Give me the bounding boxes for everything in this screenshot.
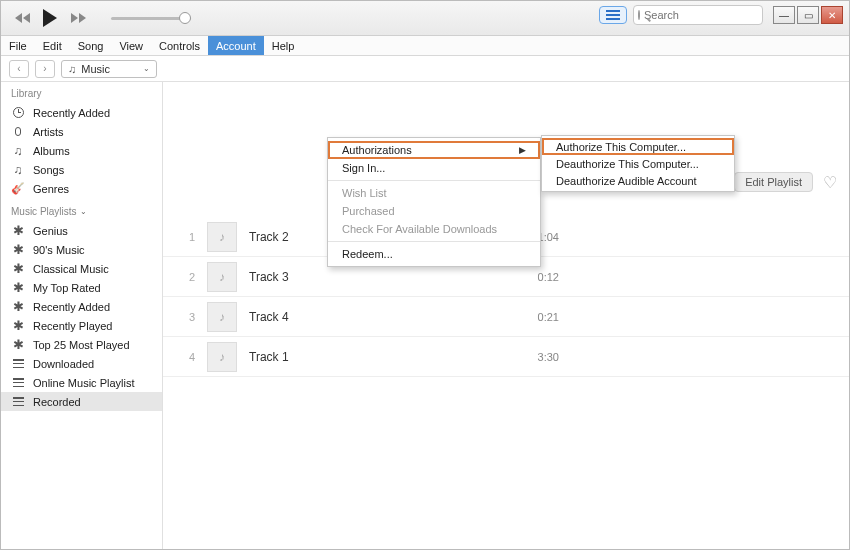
list-icon [11, 378, 25, 387]
note-icon: ♫ [11, 144, 25, 158]
music-note-icon: ♫ [68, 63, 76, 75]
back-button[interactable]: ‹ [9, 60, 29, 78]
sidebar-item-label: Recently Played [33, 320, 113, 332]
window-close-button[interactable]: ✕ [821, 6, 843, 24]
source-picker[interactable]: ♫Music ⌄ [61, 60, 157, 78]
sidebar-item-albums[interactable]: ♫Albums [1, 141, 162, 160]
sidebar-item-top-25-most-played[interactable]: ✱Top 25 Most Played [1, 335, 162, 354]
sidebar: Library Recently AddedArtists♫Albums♫Son… [1, 82, 163, 549]
gear-icon: ✱ [11, 319, 25, 332]
account-menu-purchased: Purchased [328, 202, 540, 220]
menu-view[interactable]: View [111, 36, 151, 55]
window-maximize-button[interactable]: ▭ [797, 6, 819, 24]
menu-bar: FileEditSongViewControlsAccountHelp [1, 36, 849, 56]
track-duration: 0:12 [538, 271, 559, 283]
menu-help[interactable]: Help [264, 36, 303, 55]
track-row[interactable]: 3♪Track 40:21 [163, 297, 849, 337]
prev-track-button[interactable] [13, 9, 31, 27]
track-duration: 0:21 [538, 311, 559, 323]
next-track-button[interactable] [69, 9, 87, 27]
auth-submenu-authorize-this-computer-[interactable]: Authorize This Computer... [542, 138, 734, 155]
sidebar-item-label: 90's Music [33, 244, 85, 256]
track-row[interactable]: 4♪Track 13:30 [163, 337, 849, 377]
player-bar: — ▭ ✕ [1, 1, 849, 36]
sidebar-item-classical-music[interactable]: ✱Classical Music [1, 259, 162, 278]
menu-file[interactable]: File [1, 36, 35, 55]
track-art-placeholder: ♪ [207, 342, 237, 372]
account-menu-check-for-available-downloads: Check For Available Downloads [328, 220, 540, 238]
gear-icon: ✱ [11, 300, 25, 313]
authorizations-submenu: Authorize This Computer...Deauthorize Th… [541, 135, 735, 192]
sidebar-item-label: Online Music Playlist [33, 377, 134, 389]
sidebar-item-recently-added[interactable]: Recently Added [1, 103, 162, 122]
sidebar-item-label: Songs [33, 164, 64, 176]
sidebar-item-recently-added[interactable]: ✱Recently Added [1, 297, 162, 316]
menu-edit[interactable]: Edit [35, 36, 70, 55]
chevron-down-icon: ⌄ [143, 64, 150, 73]
source-picker-label: Music [81, 63, 110, 75]
edit-playlist-button[interactable]: Edit Playlist [734, 172, 813, 192]
sidebar-item-label: Genius [33, 225, 68, 237]
track-number: 4 [181, 351, 195, 363]
sub-toolbar: ‹ › ♫Music ⌄ [1, 56, 849, 82]
track-art-placeholder: ♪ [207, 222, 237, 252]
chevron-down-icon: ⌄ [80, 207, 87, 216]
list-view-toggle[interactable] [599, 6, 627, 24]
track-title: Track 3 [249, 270, 449, 284]
menu-song[interactable]: Song [70, 36, 112, 55]
account-menu-wish-list: Wish List [328, 184, 540, 202]
auth-submenu-deauthorize-this-computer-[interactable]: Deauthorize This Computer... [542, 155, 734, 172]
list-icon [11, 397, 25, 406]
guitar-icon: 🎸 [11, 182, 25, 195]
gear-icon: ✱ [11, 224, 25, 237]
track-number: 2 [181, 271, 195, 283]
sidebar-header-library: Library [1, 82, 162, 103]
sidebar-item-genius[interactable]: ✱Genius [1, 221, 162, 240]
track-title: Track 4 [249, 310, 449, 324]
sidebar-item-online-music-playlist[interactable]: Online Music Playlist [1, 373, 162, 392]
sidebar-item-label: Downloaded [33, 358, 94, 370]
sidebar-item-label: Recorded [33, 396, 81, 408]
menu-controls[interactable]: Controls [151, 36, 208, 55]
account-menu-sign-in-[interactable]: Sign In... [328, 159, 540, 177]
sidebar-item-label: Top 25 Most Played [33, 339, 130, 351]
sidebar-item-recorded[interactable]: Recorded [1, 392, 162, 411]
track-number: 1 [181, 231, 195, 243]
forward-button[interactable]: › [35, 60, 55, 78]
gear-icon: ✱ [11, 281, 25, 294]
sidebar-item-label: Recently Added [33, 107, 110, 119]
chevron-right-icon: ▶ [519, 145, 526, 155]
gear-icon: ✱ [11, 243, 25, 256]
track-number: 3 [181, 311, 195, 323]
note-icon: ♫ [11, 163, 25, 177]
window-minimize-button[interactable]: — [773, 6, 795, 24]
clock-icon [11, 107, 25, 118]
sidebar-item-label: Genres [33, 183, 69, 195]
sidebar-item-artists[interactable]: Artists [1, 122, 162, 141]
account-menu-redeem-[interactable]: Redeem... [328, 245, 540, 263]
account-menu-authorizations[interactable]: Authorizations▶ [328, 141, 540, 159]
sidebar-item-label: Albums [33, 145, 70, 157]
sidebar-item-genres[interactable]: 🎸Genres [1, 179, 162, 198]
sidebar-header-playlists[interactable]: Music Playlists⌄ [1, 198, 162, 221]
sidebar-item-recently-played[interactable]: ✱Recently Played [1, 316, 162, 335]
favorite-icon[interactable]: ♡ [823, 173, 837, 192]
volume-slider[interactable] [111, 17, 191, 20]
play-button[interactable] [41, 9, 59, 27]
main-content: ••• Edit Playlist ♡ 1♪Track 21:042♪Track… [163, 82, 849, 549]
track-title: Track 1 [249, 350, 449, 364]
sidebar-item-label: Artists [33, 126, 64, 138]
gear-icon: ✱ [11, 338, 25, 351]
gear-icon: ✱ [11, 262, 25, 275]
search-icon [638, 10, 640, 20]
sidebar-item-songs[interactable]: ♫Songs [1, 160, 162, 179]
sidebar-item-label: Recently Added [33, 301, 110, 313]
auth-submenu-deauthorize-audible-account[interactable]: Deauthorize Audible Account [542, 172, 734, 189]
sidebar-item-90-s-music[interactable]: ✱90's Music [1, 240, 162, 259]
menu-account[interactable]: Account [208, 36, 264, 55]
sidebar-item-downloaded[interactable]: Downloaded [1, 354, 162, 373]
mic-icon [11, 127, 25, 136]
track-duration: 3:30 [538, 351, 559, 363]
sidebar-item-my-top-rated[interactable]: ✱My Top Rated [1, 278, 162, 297]
search-input[interactable] [633, 5, 763, 25]
